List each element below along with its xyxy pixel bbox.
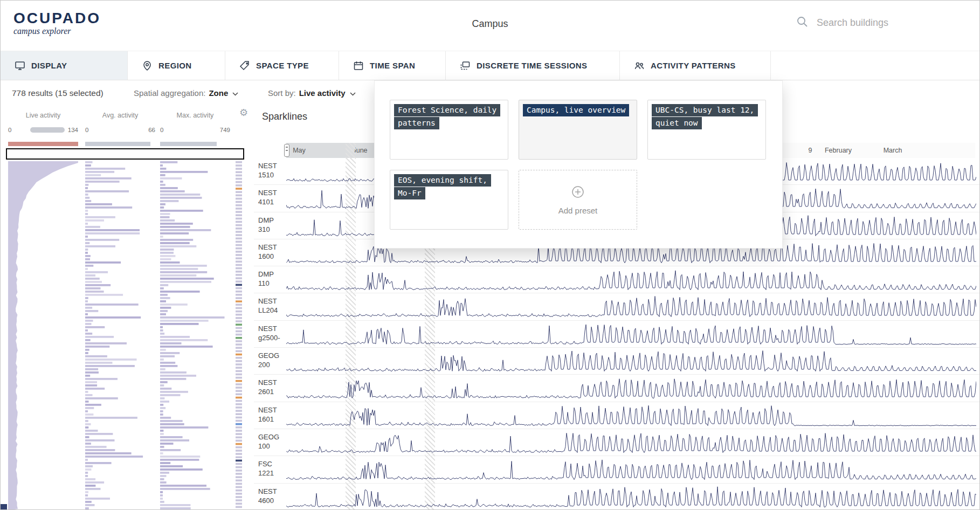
room-number: 4101 (258, 197, 277, 206)
chevron-down-icon (350, 88, 356, 98)
room-number: 310 (258, 225, 274, 234)
plus-circle-icon (571, 185, 585, 201)
tab-label: DISCRETE TIME SESSIONS (477, 61, 588, 70)
range-min: 0 (85, 127, 88, 133)
room-label: NEST2601 (258, 378, 277, 396)
sparkline-chart (286, 321, 976, 348)
preset-title-line: Mo-Fr (394, 187, 425, 199)
app-tagline: campus explorer (13, 26, 101, 36)
preset-title-line: quiet now (652, 117, 702, 129)
filter-column-label: Max. activity (160, 112, 230, 119)
app-name: OCUPADO (13, 10, 101, 26)
filter-column-label: Avg. activity (85, 112, 155, 119)
preset-card-1[interactable]: Forest Science, dailypatterns (390, 100, 508, 160)
month-label: March (884, 147, 902, 154)
room-row-geog-100[interactable]: GEOG100 (254, 429, 980, 456)
building-name: NEST (258, 188, 277, 197)
building-name: GEOG (258, 351, 279, 360)
room-number: 110 (258, 279, 274, 288)
tab-display[interactable]: DISPLAY (1, 51, 128, 80)
sort-dropdown[interactable]: Sort by: Live activity (268, 88, 356, 98)
tab-discrete-time-sessions[interactable]: DISCRETE TIME SESSIONS (446, 51, 620, 80)
spatial-aggregation-label: Spatial aggregation: (134, 88, 205, 98)
sparkline-chart (286, 456, 976, 483)
live-activity-range-slider[interactable] (30, 127, 65, 133)
tab-label: SPACE TYPE (256, 61, 309, 70)
preset-title-line: EOS, evening shift, (394, 174, 491, 187)
tab-label: DISPLAY (31, 61, 67, 70)
ocupado-app: OCUPADO campus explorer Campus DISPLAYRE… (0, 0, 980, 510)
sparkline-chart (286, 348, 976, 375)
room-label: GEOG100 (258, 432, 279, 451)
settings-gear-icon[interactable]: ⚙ (239, 108, 248, 118)
monitor-icon (15, 60, 25, 71)
tab-activity-patterns[interactable]: ACTIVITY PATTERNS (620, 51, 771, 80)
room-label: NESTLL204 (258, 297, 278, 315)
building-name: NEST (258, 405, 277, 415)
month-label: February (825, 147, 852, 154)
room-row-nest-1601[interactable]: NEST1601 (254, 402, 980, 429)
filter-histograms[interactable] (5, 161, 247, 510)
sparkline-chart (286, 429, 976, 456)
tab-label: REGION (158, 61, 192, 70)
app-logo[interactable]: OCUPADO campus explorer (13, 10, 101, 36)
filter-range: 0749 (160, 127, 230, 133)
spatial-aggregation-dropdown[interactable]: Spatial aggregation: Zone (134, 88, 238, 98)
sparkline-chart (286, 402, 976, 429)
room-number: g2500- (258, 333, 280, 342)
search-input[interactable] (816, 17, 942, 29)
sparkline-chart (286, 293, 976, 320)
preset-title-line: Forest Science, daily (394, 104, 500, 116)
room-row-dmp-110[interactable]: DMP110 (254, 266, 980, 293)
room-number: 1221 (258, 468, 274, 478)
add-preset-button[interactable]: Add preset (519, 170, 637, 230)
room-label: DMP310 (258, 216, 274, 234)
tab-region[interactable]: REGION (128, 51, 225, 80)
sort-label: Sort by: (268, 88, 296, 98)
sparkline-chart (286, 266, 976, 293)
room-row-nest-2601[interactable]: NEST2601 (254, 375, 980, 402)
building-name: DMP (258, 216, 274, 225)
preset-card-4[interactable]: EOS, evening shift,Mo-Fr (390, 170, 508, 230)
pin-icon (142, 60, 153, 71)
sparkline-chart (286, 375, 976, 402)
sparklines-title: Sparklines (262, 111, 307, 122)
top-bin-bar (8, 142, 78, 146)
chevron-down-icon (232, 88, 238, 98)
room-row-nest-4600[interactable]: NEST4600 (254, 484, 980, 510)
room-label: NEST4101 (258, 188, 277, 206)
room-number: 2601 (258, 387, 277, 396)
range-max: 749 (220, 127, 230, 133)
people-icon (634, 60, 645, 71)
filter-column-label: Live activity (8, 112, 78, 119)
sparkline-chart (286, 484, 976, 510)
preset-title: Forest Science, dailypatterns (394, 104, 504, 130)
room-number: 100 (258, 442, 279, 451)
building-name: NEST (258, 161, 277, 170)
timeline-scroll-handle[interactable] (284, 144, 289, 157)
tab-bar: DISPLAYREGIONSPACE TYPETIME SPANDISCRETE… (1, 51, 979, 80)
tab-time-span[interactable]: TIME SPAN (339, 51, 446, 80)
preset-card-3[interactable]: UBC-CS, busy last 12,quiet now (647, 100, 766, 160)
room-row-nest-ll204[interactable]: NESTLL204 (254, 293, 980, 320)
search-box[interactable] (796, 16, 942, 30)
room-row-nest-g2500-[interactable]: NESTg2500- (254, 321, 980, 348)
results-count: 778 results (15 selected) (12, 88, 103, 98)
building-name: NEST (258, 243, 277, 252)
room-label: NEST1510 (258, 161, 277, 180)
room-row-geog-200[interactable]: GEOG200 (254, 348, 980, 375)
preset-card-2[interactable]: Campus, live overview (519, 100, 637, 160)
histogram-selection-brush[interactable] (6, 148, 244, 160)
building-name: FSC (258, 459, 274, 468)
room-label: NEST1601 (258, 405, 277, 424)
room-number: 4600 (258, 496, 277, 505)
tab-space-type[interactable]: SPACE TYPE (225, 51, 339, 80)
room-number: 1601 (258, 415, 277, 424)
filter-range: 066 (85, 127, 155, 133)
building-name: GEOG (258, 432, 279, 442)
room-row-fsc-1221[interactable]: FSC1221 (254, 456, 980, 483)
room-number: LL204 (258, 306, 278, 315)
room-label: NEST4600 (258, 487, 277, 505)
preset-title: Campus, live overview (523, 104, 633, 117)
activity-presets-panel: Forest Science, dailypatternsCampus, liv… (374, 80, 783, 249)
